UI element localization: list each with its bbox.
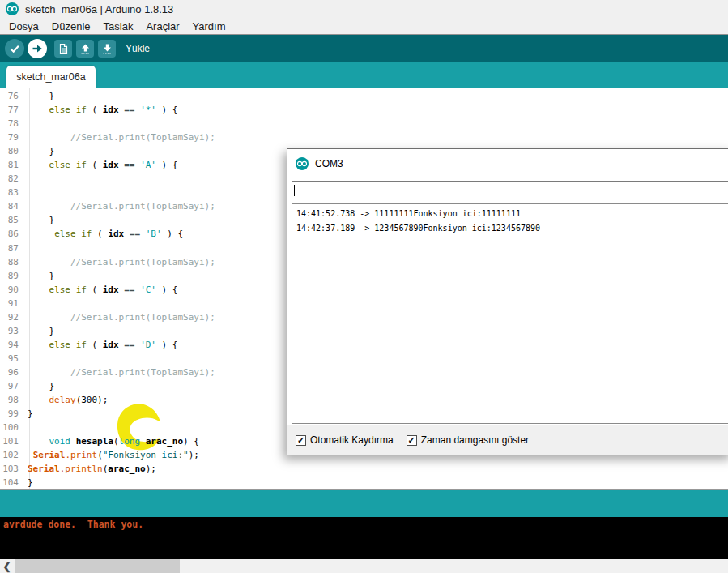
code-text	[24, 421, 28, 434]
code-text	[24, 352, 28, 366]
open-button[interactable]	[76, 40, 94, 58]
code-line[interactable]: 83	[0, 186, 728, 199]
code-line[interactable]: 103Serial.println(arac_no);	[0, 462, 728, 476]
line-number: 95	[0, 352, 24, 366]
line-number: 83	[0, 186, 24, 199]
code-text: else if ( idx == 'C' ) {	[24, 283, 178, 297]
code-text: Serial.println(arac_no);	[24, 462, 156, 476]
line-number: 94	[0, 338, 24, 352]
toolbar-status-label: Yükle	[126, 43, 150, 54]
code-line[interactable]: 90 else if ( idx == 'C' ) {	[0, 283, 728, 297]
code-line[interactable]: 86 else if ( idx == 'B' ) {	[0, 227, 728, 241]
code-text: //Serial.print(ToplamSayi);	[24, 130, 215, 144]
code-line[interactable]: 100	[0, 421, 728, 434]
code-text: }	[24, 379, 54, 393]
code-text: }	[24, 407, 33, 421]
code-text: }	[24, 89, 54, 103]
scroll-left-button[interactable]: ❮	[0, 559, 14, 573]
line-number: 88	[0, 255, 24, 269]
arrow-down-icon	[101, 43, 113, 55]
upload-button[interactable]	[28, 39, 47, 58]
line-number: 104	[0, 476, 24, 489]
arrow-up-icon	[79, 43, 92, 55]
code-line[interactable]: 76 }	[0, 89, 728, 103]
line-number: 92	[0, 310, 24, 324]
line-number: 85	[0, 213, 24, 227]
check-icon	[8, 42, 21, 55]
verify-button[interactable]	[5, 39, 24, 58]
code-line[interactable]: 98 delay(300);	[0, 393, 728, 407]
code-line[interactable]: 92 //Serial.print(ToplamSayi);	[0, 310, 728, 324]
code-text	[24, 186, 28, 199]
code-line[interactable]: 94 else if ( idx == 'D' ) {	[0, 338, 728, 352]
code-editor[interactable]: 76 }77 else if ( idx == '*' ) {7879 //Se…	[0, 88, 728, 489]
code-line[interactable]: 101 void hesapla(long arac_no) {	[0, 434, 728, 448]
title-bar[interactable]: sketch_mar06a | Arduino 1.8.13	[0, 0, 728, 18]
code-line[interactable]: 79 //Serial.print(ToplamSayi);	[0, 130, 728, 144]
code-line[interactable]: 93 }	[0, 324, 728, 338]
code-line[interactable]: 77 else if ( idx == '*' ) {	[0, 103, 728, 117]
menu-item-dosya[interactable]: Dosya	[2, 19, 45, 34]
code-line[interactable]: 78	[0, 117, 728, 130]
code-line[interactable]: 84 //Serial.print(ToplamSayi);	[0, 199, 728, 213]
line-number: 81	[0, 158, 24, 172]
toolbar: Yükle	[0, 35, 728, 62]
code-line[interactable]: 97 }	[0, 379, 728, 393]
code-text: delay(300);	[24, 393, 108, 407]
code-line[interactable]: 99}	[0, 407, 728, 421]
code-line[interactable]: 81 else if ( idx == 'A' ) {	[0, 158, 728, 172]
code-text: }	[24, 213, 54, 227]
line-number: 103	[0, 462, 24, 476]
code-text	[24, 172, 28, 186]
code-text: void hesapla(long arac_no) {	[24, 434, 199, 448]
arduino-ide-window: sketch_mar06a | Arduino 1.8.13 DosyaDüze…	[0, 0, 728, 573]
menu-item-yardım[interactable]: Yardım	[186, 19, 232, 34]
code-text: Serial.print("Fonksiyon ici:");	[24, 448, 199, 462]
code-line[interactable]: 87	[0, 242, 728, 255]
code-text: else if ( idx == 'A' ) {	[24, 158, 178, 172]
menu-item-taslak[interactable]: Taslak	[97, 19, 140, 34]
menu-item-araçlar[interactable]: Araçlar	[139, 19, 185, 34]
line-number: 93	[0, 324, 24, 338]
menu-item-düzenle[interactable]: Düzenle	[45, 19, 97, 34]
line-number: 98	[0, 393, 24, 407]
console-output: avrdude done. Thank you.	[0, 517, 728, 559]
line-number: 97	[0, 379, 24, 393]
code-line[interactable]: 96 //Serial.print(ToplamSayi);	[0, 366, 728, 379]
code-text: else if ( idx == 'B' ) {	[24, 227, 183, 241]
code-text	[24, 297, 28, 310]
status-strip	[0, 489, 728, 517]
code-text: else if ( idx == '*' ) {	[24, 103, 178, 117]
code-text: else if ( idx == 'D' ) {	[24, 338, 178, 352]
code-line[interactable]: 95	[0, 352, 728, 366]
code-text	[24, 117, 28, 130]
chevron-left-icon: ❮	[2, 561, 11, 572]
code-line[interactable]: 82	[0, 172, 728, 186]
code-line[interactable]: 91	[0, 297, 728, 310]
window-title: sketch_mar06a | Arduino 1.8.13	[25, 3, 173, 15]
horizontal-scrollbar[interactable]: ❮	[0, 559, 728, 573]
tab-sketch[interactable]: sketch_mar06a	[6, 66, 96, 88]
scrollbar-thumb[interactable]	[15, 559, 180, 573]
line-number: 84	[0, 199, 24, 213]
line-number: 76	[0, 89, 24, 103]
code-line[interactable]: 104}	[0, 476, 728, 489]
code-line[interactable]: 102 Serial.print("Fonksiyon ici:");	[0, 448, 728, 462]
arduino-logo-icon	[6, 2, 19, 15]
line-number: 79	[0, 130, 24, 144]
line-number: 102	[0, 448, 24, 462]
line-number: 78	[0, 117, 24, 130]
line-number: 89	[0, 269, 24, 283]
tab-bar: sketch_mar06a	[0, 62, 728, 88]
code-line[interactable]: 80 }	[0, 144, 728, 158]
line-number: 99	[0, 407, 24, 421]
code-text: }	[24, 324, 54, 338]
code-line[interactable]: 89 }	[0, 269, 728, 283]
code-text	[24, 242, 28, 255]
document-icon	[57, 43, 70, 55]
save-button[interactable]	[98, 40, 116, 58]
code-line[interactable]: 85 }	[0, 213, 728, 227]
tab-label: sketch_mar06a	[16, 71, 85, 83]
new-sketch-button[interactable]	[54, 40, 72, 58]
code-line[interactable]: 88 //Serial.print(ToplamSayi);	[0, 255, 728, 269]
